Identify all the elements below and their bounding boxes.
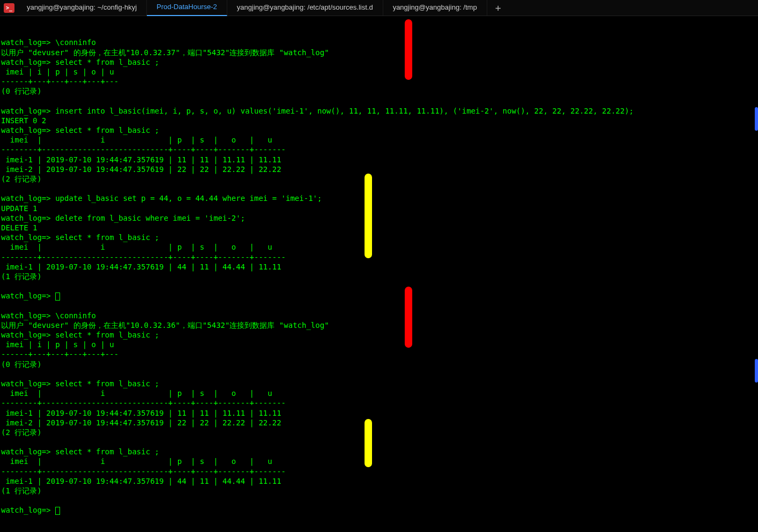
- terminal-line: [1, 281, 757, 291]
- annotation-marker-red-1: [405, 19, 412, 80]
- terminal-line: (2 行记录): [1, 174, 757, 184]
- scrollbar-thumb-2[interactable]: [755, 359, 758, 383]
- terminal-line: imei | i | p | s | o | u: [1, 388, 757, 398]
- terminal-line: watch_log=>: [1, 505, 757, 515]
- terminal-line: [1, 437, 757, 447]
- terminal-content[interactable]: watch_log=> \conninfo以用户 "devuser" 的身份，在…: [0, 16, 758, 527]
- terminal-line: UPDATE 1: [1, 204, 757, 213]
- terminal-line: watch_log=> select * from l_basic ;: [1, 233, 757, 242]
- terminal-icon: >_: [4, 3, 14, 13]
- add-tab-button[interactable]: +: [487, 0, 509, 17]
- terminal-line: watch_log=> select * from l_basic ;: [1, 447, 757, 456]
- terminal-line: ------+---+---+---+---+---: [1, 77, 757, 86]
- terminal-line: [1, 301, 757, 310]
- terminal-line: watch_log=>: [1, 291, 757, 301]
- terminal-line: watch_log=> select * from l_basic ;: [1, 57, 757, 67]
- terminal-line: watch_log=> delete from l_basic where im…: [1, 213, 757, 223]
- terminal-line: INSERT 0 2: [1, 116, 757, 125]
- terminal-line: 以用户 "devuser" 的身份，在主机"10.0.32.36"，端口"543…: [1, 320, 757, 330]
- terminal-line: imei | i | p | s | o | u: [1, 456, 757, 466]
- terminal-line: [1, 369, 757, 379]
- terminal-line: 以用户 "devuser" 的身份，在主机"10.0.32.37"，端口"543…: [1, 48, 757, 57]
- scrollbar-thumb-1[interactable]: [755, 107, 758, 131]
- tab-config-hkyj[interactable]: yangjing@yangbajing: ~/config-hkyj: [17, 0, 147, 16]
- terminal-line: (1 行记录): [1, 486, 757, 496]
- annotation-marker-yellow-2: [365, 419, 372, 467]
- terminal-line: [1, 184, 757, 193]
- terminal-line: --------+----------------------------+--…: [1, 467, 757, 476]
- annotation-marker-red-2: [405, 287, 412, 348]
- cursor-icon: [55, 293, 60, 301]
- terminal-line: (1 行记录): [1, 272, 757, 281]
- terminal-line: imei-1 | 2019-07-10 19:44:47.357619 | 44…: [1, 262, 757, 272]
- terminal-line: imei-1 | 2019-07-10 19:44:47.357619 | 44…: [1, 476, 757, 486]
- annotation-marker-yellow-1: [365, 174, 372, 258]
- tab-prod-datahourse-2[interactable]: Prod-DataHourse-2: [147, 0, 227, 16]
- terminal-line: [1, 96, 757, 106]
- terminal-line: imei | i | p | s | o | u: [1, 340, 757, 349]
- terminal-line: ------+---+---+---+---+---: [1, 349, 757, 359]
- terminal-line: watch_log=> update l_basic set p = 44, o…: [1, 193, 757, 203]
- tab-bar: >_ yangjing@yangbajing: ~/config-hkyj Pr…: [0, 0, 758, 16]
- terminal-line: watch_log=> select * from l_basic ;: [1, 125, 757, 135]
- terminal-line: (0 行记录): [1, 359, 757, 369]
- terminal-line: watch_log=> select * from l_basic ;: [1, 379, 757, 388]
- terminal-line: imei-1 | 2019-07-10 19:44:47.357619 | 11…: [1, 155, 757, 164]
- terminal-line: (2 行记录): [1, 428, 757, 437]
- terminal-line: watch_log=> \conninfo: [1, 311, 757, 320]
- terminal-line: DELETE 1: [1, 223, 757, 233]
- terminal-line: imei-1 | 2019-07-10 19:44:47.357619 | 11…: [1, 408, 757, 418]
- terminal-line: imei | i | p | s | o | u: [1, 67, 757, 77]
- terminal-line: --------+----------------------------+--…: [1, 145, 757, 154]
- tab-sources-list-d[interactable]: yangjing@yangbajing: /etc/apt/sources.li…: [227, 0, 383, 16]
- terminal-line: (0 行记录): [1, 86, 757, 96]
- terminal-line: imei-2 | 2019-07-10 19:44:47.357619 | 22…: [1, 418, 757, 428]
- terminal-line: [1, 496, 757, 505]
- terminal-line: watch_log=> select * from l_basic ;: [1, 330, 757, 340]
- tab-tmp[interactable]: yangjing@yangbajing: /tmp: [383, 0, 487, 16]
- terminal-line: watch_log=> \conninfo: [1, 38, 757, 47]
- cursor-icon: [55, 507, 60, 515]
- terminal-line: --------+----------------------------+--…: [1, 252, 757, 262]
- terminal-line: imei | i | p | s | o | u: [1, 135, 757, 145]
- terminal-app-icon: >_: [1, 2, 17, 14]
- terminal-line: imei-2 | 2019-07-10 19:44:47.357619 | 22…: [1, 164, 757, 174]
- terminal-line: imei | i | p | s | o | u: [1, 242, 757, 252]
- terminal-line: --------+----------------------------+--…: [1, 398, 757, 408]
- terminal-line: watch_log=> insert into l_basic(imei, i,…: [1, 106, 757, 116]
